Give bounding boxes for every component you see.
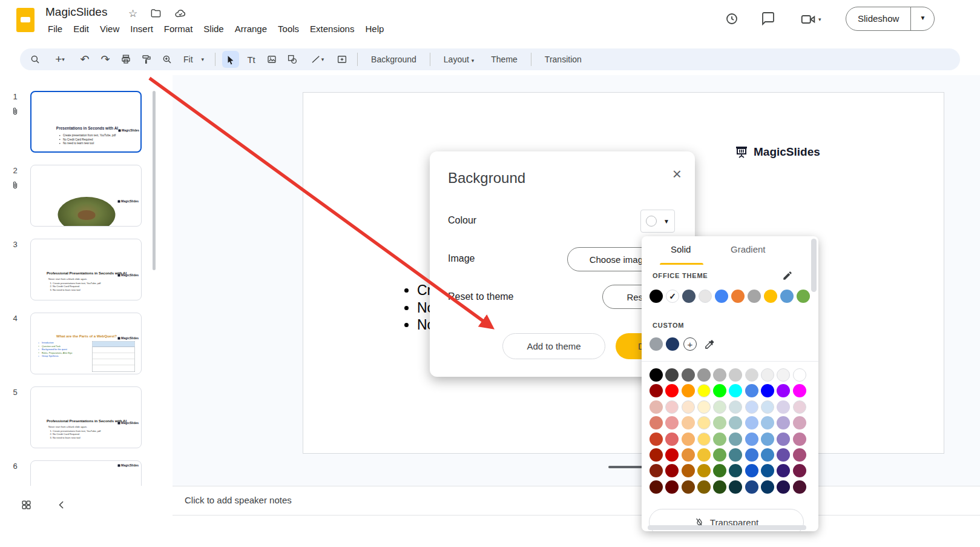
meet-camera-icon[interactable]: ▾ xyxy=(800,12,821,27)
color-swatch-cfe2f3[interactable] xyxy=(761,400,774,414)
grid-view-icon[interactable] xyxy=(21,499,32,511)
color-swatch-ffd966[interactable] xyxy=(697,433,711,446)
color-swatch-1c4587[interactable] xyxy=(745,480,758,494)
color-swatch-a61c00[interactable] xyxy=(649,448,663,462)
color-swatch-660000[interactable] xyxy=(665,480,679,494)
insert-placeholder-icon[interactable] xyxy=(334,51,350,68)
edit-theme-pencil-icon[interactable] xyxy=(782,270,793,281)
color-swatch-980000[interactable] xyxy=(649,384,663,397)
menu-arrange[interactable]: Arrange xyxy=(229,22,272,35)
color-swatch-d0e0e3[interactable] xyxy=(729,400,742,414)
color-swatch-741b47[interactable] xyxy=(793,464,806,477)
color-swatch-93c47d[interactable] xyxy=(713,433,726,446)
document-title[interactable]: MagicSlides xyxy=(45,5,107,19)
eyedropper-icon[interactable] xyxy=(703,339,715,350)
color-swatch-ffffff[interactable] xyxy=(793,368,806,382)
popup-scrollbar-horizontal[interactable] xyxy=(648,525,806,530)
color-swatch-000000[interactable] xyxy=(649,368,663,382)
color-swatch-6d9eeb[interactable] xyxy=(745,433,758,446)
slideshow-button[interactable]: Slideshow xyxy=(846,7,911,30)
background-button[interactable]: Background xyxy=(364,51,424,68)
version-history-icon[interactable] xyxy=(725,12,739,26)
add-to-theme-button[interactable]: Add to theme xyxy=(502,333,605,359)
color-swatch-ff00ff[interactable] xyxy=(793,384,806,397)
camera-dropdown-caret[interactable]: ▾ xyxy=(818,16,821,22)
zoom-icon[interactable] xyxy=(159,51,176,68)
menu-tools[interactable]: Tools xyxy=(272,22,304,35)
color-swatch-1155cc[interactable] xyxy=(745,464,758,477)
color-swatch-76a5af[interactable] xyxy=(729,433,742,446)
color-swatch-bf9000[interactable] xyxy=(697,464,711,477)
filmstrip-scrollbar[interactable] xyxy=(153,91,156,270)
color-swatch-38761d[interactable] xyxy=(713,464,726,477)
menu-format[interactable]: Format xyxy=(159,22,199,35)
color-swatch-e7e6e6[interactable] xyxy=(699,290,712,303)
color-swatch-9aa0a6[interactable] xyxy=(649,337,663,351)
menu-insert[interactable]: Insert xyxy=(125,22,159,35)
collapse-filmstrip-icon[interactable] xyxy=(56,499,68,511)
color-swatch-f1c232[interactable] xyxy=(697,448,711,462)
redo-icon[interactable]: ↷ xyxy=(97,51,114,68)
color-swatch-d9d2e9[interactable] xyxy=(777,400,790,414)
color-swatch-8e7cc3[interactable] xyxy=(777,433,790,446)
color-swatch-4c1130[interactable] xyxy=(793,480,806,494)
color-swatch-0000ff[interactable] xyxy=(761,384,774,397)
color-swatch-c27ba0[interactable] xyxy=(793,433,806,446)
slides-app-icon[interactable] xyxy=(16,8,35,32)
color-swatch-783f04[interactable] xyxy=(682,480,695,494)
color-swatch-000000[interactable] xyxy=(649,290,663,303)
color-swatch-70ad47[interactable] xyxy=(797,290,810,303)
zoom-select[interactable]: Fit▾ xyxy=(177,55,210,64)
color-swatch-b4a7d6[interactable] xyxy=(777,416,790,429)
speaker-notes-field[interactable]: Click to add speaker notes xyxy=(173,486,980,516)
color-swatch-00ff00[interactable] xyxy=(713,384,726,397)
color-swatch-ff0000[interactable] xyxy=(665,384,679,397)
color-swatch-990000[interactable] xyxy=(665,464,679,477)
color-swatch-ed7d31[interactable] xyxy=(731,290,745,303)
color-swatch-9900ff[interactable] xyxy=(777,384,790,397)
color-swatch-dd7e6b[interactable] xyxy=(649,416,663,429)
color-swatch-cc0000[interactable] xyxy=(665,448,679,462)
color-swatch-ff9900[interactable] xyxy=(682,384,695,397)
slide-thumbnail-1[interactable]: MagicSlidesPresentations in Seconds with… xyxy=(30,91,142,153)
color-swatch-7f6000[interactable] xyxy=(697,480,711,494)
transition-button[interactable]: Transition xyxy=(538,51,589,68)
undo-icon[interactable]: ↶ xyxy=(76,51,93,68)
color-swatch-b45f06[interactable] xyxy=(682,464,695,477)
close-icon[interactable]: × xyxy=(673,166,682,182)
select-tool-icon[interactable] xyxy=(222,51,239,68)
slide-thumbnail-3[interactable]: MagicSlidesProfessional Presentations in… xyxy=(30,239,142,300)
color-swatch-674ea7[interactable] xyxy=(777,448,790,462)
color-swatch-ffe599[interactable] xyxy=(697,416,711,429)
search-menus-icon[interactable] xyxy=(27,51,44,68)
move-folder-icon[interactable] xyxy=(150,7,162,20)
color-swatch-ead1dc[interactable] xyxy=(793,400,806,414)
text-box-icon[interactable]: Tt xyxy=(243,51,260,68)
color-swatch-0c343d[interactable] xyxy=(729,480,742,494)
insert-shape-icon[interactable] xyxy=(284,51,301,68)
color-swatch-1f3864[interactable] xyxy=(666,337,679,351)
slide-thumbnail-5[interactable]: MagicSlidesProfessional Presentations in… xyxy=(30,386,142,448)
color-swatch-ea9999[interactable] xyxy=(665,416,679,429)
color-swatch-cc4125[interactable] xyxy=(649,433,663,446)
slide-thumbnail-4[interactable]: MagicSlidesWhat are the Parts of a WebQu… xyxy=(30,313,142,374)
color-swatch-434343[interactable] xyxy=(665,368,679,382)
star-icon[interactable]: ☆ xyxy=(128,7,137,20)
color-swatch-134f5c[interactable] xyxy=(729,464,742,477)
menu-help[interactable]: Help xyxy=(360,22,389,35)
color-swatch-6fa8dc[interactable] xyxy=(761,433,774,446)
color-swatch-e69138[interactable] xyxy=(682,448,695,462)
color-swatch-a64d79[interactable] xyxy=(793,448,806,462)
theme-button[interactable]: Theme xyxy=(484,51,525,68)
color-swatch-ffff00[interactable] xyxy=(697,384,711,397)
color-swatch-cccccc[interactable] xyxy=(729,368,742,382)
color-swatch-45818e[interactable] xyxy=(729,448,742,462)
insert-image-icon[interactable] xyxy=(263,51,280,68)
color-swatch-85200c[interactable] xyxy=(649,464,663,477)
color-swatch-666666[interactable] xyxy=(682,368,695,382)
color-swatch-4285f4[interactable] xyxy=(715,290,728,303)
color-swatch-d5a6bd[interactable] xyxy=(793,416,806,429)
color-swatch-274e13[interactable] xyxy=(713,480,726,494)
colour-swatch-button[interactable]: ▼ xyxy=(640,210,675,233)
color-swatch-073763[interactable] xyxy=(761,480,774,494)
